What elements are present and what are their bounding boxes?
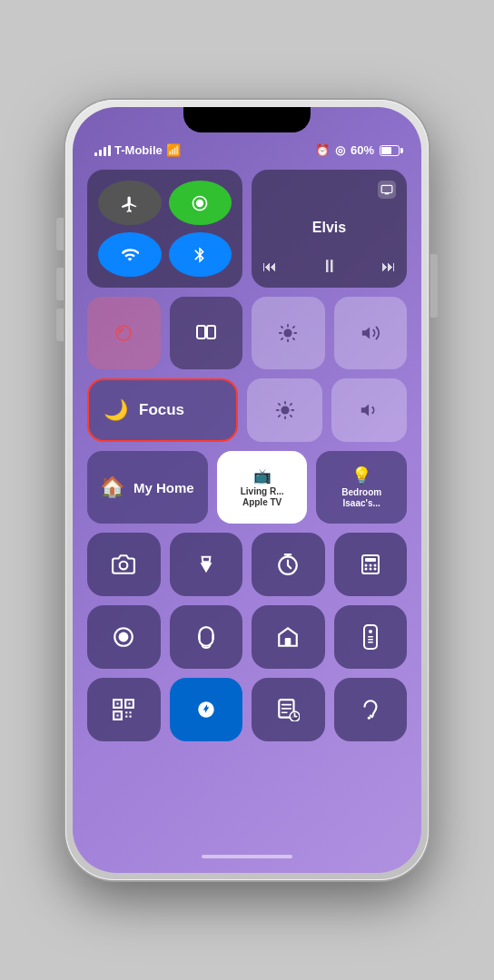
status-right: ⏰ ◎ 60% bbox=[315, 143, 400, 157]
now-playing-controls: ⏮ ⏸ ⏭ bbox=[262, 256, 396, 277]
home-indicator[interactable] bbox=[202, 855, 292, 858]
rewind-button[interactable]: ⏮ bbox=[262, 259, 277, 275]
svg-point-38 bbox=[368, 717, 370, 720]
svg-rect-34 bbox=[125, 716, 127, 718]
cellular-data-button[interactable] bbox=[169, 181, 232, 225]
battery-percent: 60% bbox=[351, 143, 374, 157]
hearing-button[interactable] bbox=[334, 678, 408, 741]
carrier-label: T-Mobile bbox=[114, 143, 163, 157]
calculator-button[interactable] bbox=[334, 533, 408, 596]
svg-point-14 bbox=[373, 564, 376, 567]
battery-icon bbox=[380, 145, 400, 156]
row-connectivity-nowplaying: Elvis ⏮ ⏸ ⏭ bbox=[87, 170, 407, 288]
svg-point-15 bbox=[364, 568, 367, 571]
timer-button[interactable] bbox=[252, 533, 325, 596]
screen-mirror-button[interactable] bbox=[170, 297, 243, 369]
svg-point-12 bbox=[364, 564, 367, 567]
alarm-icon: ⏰ bbox=[315, 143, 330, 157]
apple-tv-icon: 📺 bbox=[253, 467, 272, 485]
volume-slider[interactable] bbox=[334, 297, 408, 369]
svg-point-2 bbox=[116, 326, 131, 340]
screen-content: T-Mobile 📶 ⏰ ◎ 60% bbox=[73, 107, 421, 873]
tv-remote-button[interactable] bbox=[334, 605, 408, 669]
screen-record-button[interactable] bbox=[87, 605, 161, 669]
moon-icon: 🌙 bbox=[104, 398, 128, 422]
svg-rect-4 bbox=[197, 326, 205, 338]
row-controls bbox=[87, 297, 407, 369]
notch bbox=[183, 107, 311, 132]
svg-rect-33 bbox=[130, 711, 132, 713]
control-center-grid: Elvis ⏮ ⏸ ⏭ bbox=[87, 170, 407, 848]
svg-point-17 bbox=[373, 568, 376, 571]
row-tools bbox=[87, 533, 407, 596]
camera-button[interactable] bbox=[87, 533, 161, 596]
svg-rect-24 bbox=[368, 639, 373, 641]
bedroom-icon: 💡 bbox=[351, 466, 371, 485]
svg-point-19 bbox=[119, 632, 129, 642]
flashlight-button[interactable] bbox=[170, 533, 243, 596]
phone-frame: T-Mobile 📶 ⏰ ◎ 60% bbox=[65, 100, 429, 880]
sound-recognition-button[interactable] bbox=[170, 605, 243, 669]
focus-button[interactable]: 🌙 Focus bbox=[87, 378, 238, 442]
svg-point-7 bbox=[281, 406, 289, 414]
signal-bars-icon bbox=[94, 145, 111, 156]
svg-point-8 bbox=[120, 562, 128, 570]
svg-rect-11 bbox=[365, 558, 376, 562]
phone-screen: T-Mobile 📶 ⏰ ◎ 60% bbox=[73, 107, 421, 873]
row-misc bbox=[87, 605, 407, 669]
bedroom-button[interactable]: 💡 BedroomIsaac's... bbox=[316, 451, 407, 524]
home-app-button[interactable] bbox=[252, 605, 325, 669]
svg-rect-32 bbox=[125, 711, 127, 713]
qr-code-button[interactable] bbox=[87, 678, 161, 741]
rotation-lock-button[interactable] bbox=[87, 297, 161, 369]
fast-forward-button[interactable]: ⏭ bbox=[381, 259, 396, 275]
brightness-tile[interactable] bbox=[247, 378, 322, 442]
apple-tv-label: Living R...Apple TV bbox=[241, 486, 284, 508]
now-playing-tile[interactable]: Elvis ⏮ ⏸ ⏭ bbox=[252, 170, 407, 288]
status-left: T-Mobile 📶 bbox=[94, 143, 181, 157]
svg-rect-25 bbox=[368, 642, 373, 643]
bedroom-label: BedroomIsaac's... bbox=[341, 487, 381, 509]
focus-label: Focus bbox=[139, 401, 184, 419]
wifi-button[interactable] bbox=[98, 232, 162, 277]
row-extras bbox=[87, 678, 407, 741]
battery-fill bbox=[381, 147, 391, 154]
svg-rect-35 bbox=[130, 716, 132, 718]
connectivity-tile[interactable] bbox=[87, 170, 242, 288]
svg-point-22 bbox=[369, 630, 372, 633]
now-playing-top bbox=[262, 181, 396, 199]
svg-rect-3 bbox=[122, 328, 124, 331]
svg-point-16 bbox=[369, 568, 371, 571]
svg-rect-31 bbox=[117, 714, 119, 716]
now-playing-title: Elvis bbox=[262, 220, 396, 236]
row-home: 🏠 My Home 📺 Living R...Apple TV 💡 Bedroo… bbox=[87, 451, 407, 524]
row-focus: 🌙 Focus bbox=[87, 378, 407, 442]
status-bar: T-Mobile 📶 ⏰ ◎ 60% bbox=[87, 140, 407, 161]
svg-rect-20 bbox=[285, 638, 291, 646]
apple-tv-mini-icon bbox=[378, 181, 396, 199]
svg-point-13 bbox=[369, 564, 371, 567]
svg-rect-5 bbox=[207, 326, 215, 338]
svg-point-6 bbox=[284, 328, 292, 337]
airplane-mode-button[interactable] bbox=[98, 181, 162, 225]
location-icon: ◎ bbox=[335, 143, 345, 157]
wifi-icon: 📶 bbox=[166, 143, 181, 157]
home-label: My Home bbox=[133, 480, 194, 495]
my-home-button[interactable]: 🏠 My Home bbox=[87, 451, 208, 524]
volume-tile[interactable] bbox=[331, 378, 407, 442]
brightness-slider[interactable] bbox=[252, 297, 325, 369]
shazam-button[interactable] bbox=[170, 678, 243, 741]
svg-rect-23 bbox=[368, 636, 373, 638]
svg-rect-1 bbox=[381, 185, 392, 192]
notes-button[interactable] bbox=[252, 678, 325, 741]
bluetooth-button[interactable] bbox=[169, 232, 232, 277]
svg-rect-29 bbox=[117, 702, 119, 704]
home-icon: 🏠 bbox=[100, 475, 124, 499]
pause-button[interactable]: ⏸ bbox=[321, 256, 339, 277]
svg-rect-30 bbox=[129, 702, 131, 704]
apple-tv-button[interactable]: 📺 Living R...Apple TV bbox=[217, 451, 308, 524]
